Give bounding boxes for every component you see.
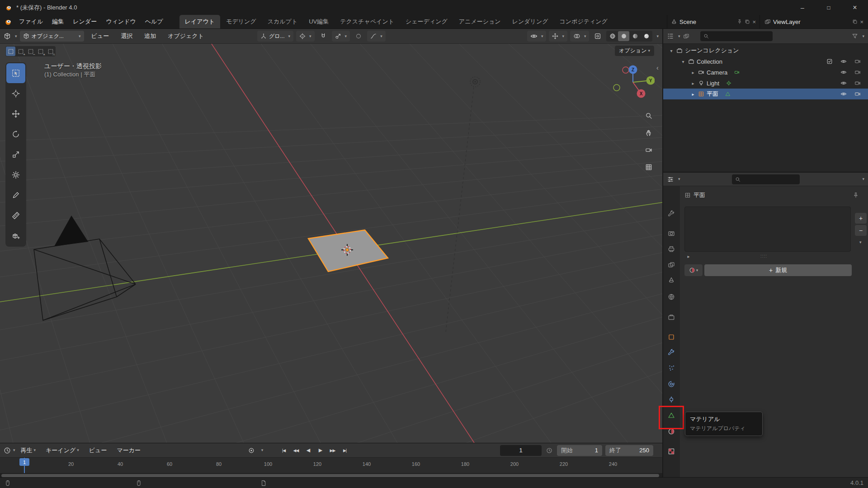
disable-render-icon[interactable] bbox=[854, 69, 861, 75]
select-mode-new-button[interactable] bbox=[6, 47, 15, 56]
delete-scene-icon[interactable]: × bbox=[752, 19, 756, 25]
disable-render-icon[interactable] bbox=[854, 80, 861, 86]
overlays-dropdown[interactable]: ▾ bbox=[570, 31, 590, 42]
snap-dropdown[interactable]: ▾ bbox=[332, 31, 350, 42]
slot-list-expand[interactable]: ▸ bbox=[686, 254, 691, 259]
physics-tab[interactable] bbox=[665, 377, 678, 391]
workspace-tab-uv-editing[interactable]: UV編集 bbox=[303, 15, 334, 28]
light-object[interactable] bbox=[470, 77, 480, 87]
hide-eye-icon[interactable] bbox=[840, 91, 847, 97]
menu-object[interactable]: オブジェクト bbox=[163, 29, 208, 43]
tool-add-cube[interactable] bbox=[6, 226, 25, 246]
viewport-3d[interactable]: ▾ オブジェク... ▾ ビュー 選択 追加 オブジェクト グロ... ▾ ▾ bbox=[0, 29, 662, 443]
scene-tab[interactable] bbox=[665, 273, 678, 287]
outliner-editor-icon[interactable] bbox=[667, 33, 674, 40]
menu-playback[interactable]: 再生▾ bbox=[16, 443, 41, 457]
preview-range-icon[interactable] bbox=[546, 447, 552, 454]
pan-button[interactable] bbox=[642, 127, 655, 139]
select-mode-subtract-button[interactable]: − bbox=[26, 47, 35, 56]
hide-eye-icon[interactable] bbox=[840, 58, 847, 65]
exclude-checkbox-icon[interactable] bbox=[826, 58, 833, 65]
pivot-dropdown[interactable]: ▾ bbox=[296, 31, 315, 42]
play-button[interactable]: ▶ bbox=[315, 446, 326, 455]
menu-edit[interactable]: 編集 bbox=[47, 15, 68, 28]
frame-end-field[interactable]: 終了 250 bbox=[605, 445, 653, 456]
material-slot-list[interactable] bbox=[684, 206, 851, 252]
viewport-canvas[interactable] bbox=[0, 44, 662, 443]
tool-annotate[interactable] bbox=[6, 185, 25, 205]
slot-add-button[interactable]: + bbox=[855, 213, 867, 224]
select-mode-intersect-button[interactable]: ∩ bbox=[46, 47, 55, 56]
shading-wireframe-button[interactable] bbox=[607, 31, 618, 41]
filter-icon[interactable] bbox=[852, 33, 858, 39]
gizmo-y-neg-ball[interactable] bbox=[613, 84, 620, 91]
playhead-label[interactable]: 1 bbox=[19, 458, 29, 466]
menu-select[interactable]: 選択 bbox=[116, 29, 137, 43]
workspace-tab-rendering[interactable]: レンダリング bbox=[507, 15, 554, 28]
prev-keyframe-button[interactable]: ◀◀ bbox=[290, 446, 302, 455]
maximize-button[interactable]: □ bbox=[816, 0, 842, 15]
menu-render[interactable]: レンダー bbox=[68, 15, 101, 28]
new-viewlayer-icon[interactable] bbox=[852, 19, 858, 24]
play-reverse-button[interactable]: ◀ bbox=[302, 446, 314, 455]
filter-chevron[interactable]: ▾ bbox=[862, 34, 864, 38]
world-tab[interactable] bbox=[665, 290, 678, 304]
falloff-dropdown[interactable]: ▾ bbox=[367, 31, 386, 42]
disclosure-icon[interactable]: ▸ bbox=[690, 81, 696, 86]
list-resize-grip[interactable]: :::: bbox=[760, 253, 767, 258]
shading-dropdown-chevron[interactable]: ▾ bbox=[656, 34, 659, 38]
tool-tab[interactable] bbox=[665, 207, 678, 221]
particles-tab[interactable] bbox=[665, 361, 678, 375]
workspace-tab-compositing[interactable]: コンポジティング bbox=[554, 15, 613, 28]
xray-toggle[interactable] bbox=[592, 31, 604, 42]
close-button[interactable]: × bbox=[842, 0, 868, 15]
tool-cursor[interactable] bbox=[6, 84, 25, 103]
camera-view-button[interactable] bbox=[642, 144, 655, 156]
jump-to-end-button[interactable]: ▶| bbox=[339, 446, 350, 455]
menu-view[interactable]: ビュー bbox=[87, 29, 114, 43]
pin-id-icon[interactable] bbox=[853, 192, 859, 198]
scrollbar-thumb[interactable] bbox=[1, 474, 659, 477]
workspace-tab-shading[interactable]: シェーディング bbox=[400, 15, 453, 28]
tool-measure[interactable] bbox=[6, 206, 25, 225]
modifiers-tab[interactable] bbox=[665, 346, 678, 359]
current-frame-field[interactable]: 1 bbox=[500, 445, 542, 456]
material-browse-dropdown[interactable]: ▾ bbox=[684, 264, 703, 276]
nav-gizmo[interactable]: Z Y X bbox=[611, 60, 655, 103]
new-material-button[interactable]: + 新規 bbox=[704, 264, 852, 276]
tool-move[interactable] bbox=[6, 104, 25, 124]
outliner-row-scene-collection[interactable]: ▾ シーンコレクション bbox=[663, 45, 868, 56]
snap-toggle[interactable] bbox=[317, 31, 329, 42]
properties-editor-icon[interactable] bbox=[667, 176, 674, 183]
disable-render-icon[interactable] bbox=[854, 91, 861, 97]
menu-help[interactable]: ヘルプ bbox=[141, 15, 168, 28]
scene-selector[interactable]: Scene × bbox=[667, 15, 760, 28]
constraints-tab[interactable] bbox=[665, 393, 678, 406]
keying-set-dropdown[interactable]: ▾ bbox=[258, 445, 266, 456]
mode-dropdown[interactable]: オブジェク... ▾ bbox=[20, 31, 84, 42]
proportional-editing-toggle[interactable] bbox=[353, 31, 364, 42]
slot-remove-button[interactable]: − bbox=[855, 225, 867, 236]
hide-eye-icon[interactable] bbox=[840, 80, 847, 86]
workspace-tab-sculpting[interactable]: スカルプト bbox=[262, 15, 303, 28]
camera-object[interactable] bbox=[34, 216, 136, 320]
menu-file[interactable]: ファイル bbox=[14, 15, 47, 28]
object-tab[interactable] bbox=[665, 330, 678, 344]
outliner-row-plane[interactable]: ▸ 平面 bbox=[663, 89, 868, 99]
tool-transform[interactable] bbox=[6, 165, 25, 185]
jump-to-start-button[interactable]: |◀ bbox=[278, 446, 289, 455]
tool-scale[interactable] bbox=[6, 145, 25, 164]
outliner-search-input[interactable] bbox=[700, 31, 773, 41]
new-scene-icon[interactable] bbox=[745, 19, 750, 24]
orientation-dropdown[interactable]: グロ... ▾ bbox=[257, 31, 293, 42]
delete-viewlayer-icon[interactable]: × bbox=[860, 19, 863, 25]
hide-eye-icon[interactable] bbox=[840, 69, 847, 75]
editor-type-icon[interactable] bbox=[4, 33, 11, 40]
workspace-tab-texture-paint[interactable]: テクスチャペイント bbox=[335, 15, 400, 28]
view-layer-tab[interactable] bbox=[665, 258, 678, 272]
workspace-tab-animation[interactable]: アニメーション bbox=[453, 15, 506, 28]
workspace-tab-modeling[interactable]: モデリング bbox=[221, 15, 262, 28]
shading-material-button[interactable] bbox=[629, 31, 641, 41]
toggle-ortho-button[interactable] bbox=[642, 161, 655, 174]
pin-scene-icon[interactable] bbox=[737, 19, 742, 24]
